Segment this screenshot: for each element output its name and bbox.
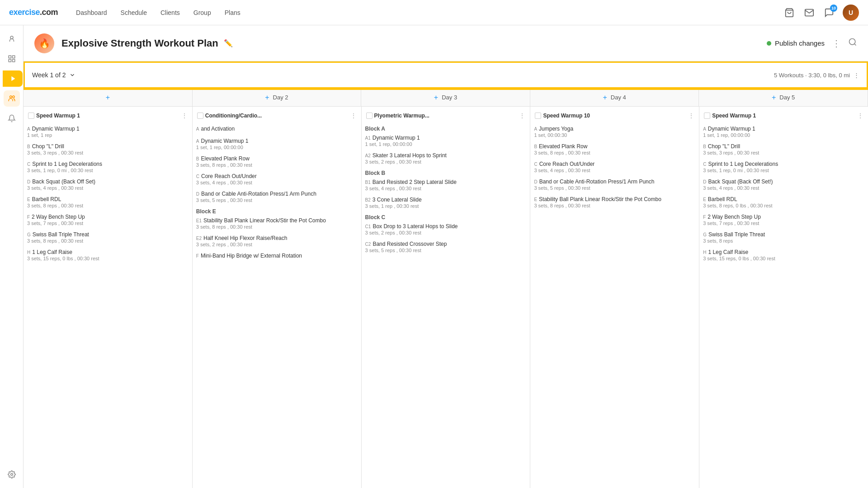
sidebar-home[interactable] [4, 31, 20, 47]
mail-icon[interactable] [803, 6, 816, 19]
workout-menu-3[interactable]: ⋮ [519, 112, 525, 119]
list-item: ADynamic Warmup 11 set, 1 rep, 00:00:00 [196, 137, 358, 151]
publish-button[interactable]: Publish changes [767, 39, 825, 47]
workout-menu-5[interactable]: ⋮ [857, 112, 863, 119]
publish-label: Publish changes [775, 39, 825, 47]
plan-icon: 🔥 [34, 33, 54, 53]
day-3-header[interactable]: + Day 3 [361, 89, 530, 106]
list-item: DBand or Cable Anti-Rotation Press/1 Arm… [534, 178, 695, 192]
list-item: H1 Leg Calf Raise3 sets, 15 reps, 0 lbs … [27, 248, 189, 262]
list-item: BChop "L" Drill3 sets, 3 reps , 00:30 re… [27, 142, 189, 156]
list-item: CSprint to 1 Leg Decelerations3 sets, 1 … [27, 160, 189, 174]
svg-rect-4 [12, 60, 14, 62]
svg-line-11 [854, 44, 856, 46]
add-day-3-icon[interactable]: + [434, 94, 438, 102]
list-item: GSwiss Ball Triple Threat3 sets, 8 reps [703, 230, 864, 244]
week-stats: 5 Workouts · 3:30, 0 lbs, 0 mi ⋮ [774, 72, 859, 79]
workout-title-4: Speed Warmup 10 [543, 113, 686, 119]
list-item: C1Box Drop to 3 Lateral Hops to Slide3 s… [365, 222, 527, 236]
sidebar-group[interactable] [4, 90, 20, 107]
logo[interactable]: exercise.com [9, 8, 58, 17]
list-item: EBarbell RDL3 sets, 8 reps , 00:30 rest [27, 195, 189, 209]
days-grid: Speed Warmup 1⋮ADynamic Warmup 11 set, 1… [24, 107, 868, 488]
nav-group[interactable]: Group [193, 9, 211, 16]
workout-checkbox-4[interactable] [535, 113, 541, 119]
plan-title: Explosive Strength Workout Plan [61, 38, 218, 49]
list-item: EStability Ball Plank Linear Rock/Stir t… [534, 195, 695, 209]
more-options-icon[interactable]: ⋮ [832, 38, 841, 49]
list-item: A2Skater 3 Lateral Hops to Sprint3 sets,… [365, 151, 527, 165]
workout-title-3: Plyometric Warmup... [374, 113, 518, 119]
list-item: CCore Reach Out/Under3 sets, 4 reps , 00… [534, 160, 695, 174]
day-col-1: Speed Warmup 1⋮ADynamic Warmup 11 set, 1… [24, 107, 193, 488]
workout-header-5: Speed Warmup 1⋮ [703, 110, 864, 121]
plan-header: 🔥 Explosive Strength Workout Plan ✏️ Pub… [24, 25, 868, 61]
list-item: DBack Squat (Back Off Set!)3 sets, 4 rep… [703, 178, 864, 192]
week-selector-label: Week 1 of 2 [32, 71, 66, 79]
list-item: F2 Way Bench Step Up3 sets, 7 reps , 00:… [27, 213, 189, 227]
edit-icon[interactable]: ✏️ [224, 39, 233, 47]
day-col-3: Plyometric Warmup...⋮Block AA1Dynamic Wa… [362, 107, 531, 488]
sidebar-bell[interactable] [4, 110, 20, 127]
chat-icon[interactable]: 10 [823, 6, 835, 19]
workout-checkbox-2[interactable] [197, 113, 203, 119]
day-5-header[interactable]: + Day 5 [699, 89, 868, 106]
workout-checkbox-5[interactable] [704, 113, 710, 119]
list-item: E1Stability Ball Plank Linear Rock/Stir … [196, 216, 358, 230]
workout-checkbox-3[interactable] [366, 113, 373, 119]
list-item: DBand or Cable Anti-Rotation Press/1 Arm… [196, 190, 358, 204]
list-item: DBack Squat (Back Off Set)3 sets, 4 reps… [27, 178, 189, 192]
day-2-header[interactable]: + Day 2 [193, 89, 362, 106]
list-item: BElevated Plank Row3 sets, 8 reps , 00:3… [534, 142, 695, 156]
plan-header-right: Publish changes ⋮ [767, 38, 857, 49]
user-avatar[interactable]: U [843, 5, 859, 21]
week-selector[interactable]: Week 1 of 2 [32, 71, 75, 79]
nav-links: Dashboard Schedule Clients Group Plans [76, 9, 241, 16]
list-item: ADynamic Warmup 11 set, 1 rep, 00:00:00 [703, 125, 864, 139]
block-label: Block A [365, 126, 527, 132]
nav-dashboard[interactable]: Dashboard [76, 9, 107, 16]
sidebar-settings[interactable] [4, 466, 20, 483]
add-day-4-icon[interactable]: + [603, 94, 607, 102]
sidebar-dashboard[interactable] [4, 51, 20, 67]
preview-icon[interactable] [848, 38, 857, 49]
nav-clients[interactable]: Clients [160, 9, 180, 16]
list-item: ADynamic Warmup 11 set, 1 rep [27, 125, 189, 139]
workout-header-4: Speed Warmup 10⋮ [534, 110, 695, 121]
top-nav: exercise.com Dashboard Schedule Clients … [0, 0, 868, 25]
day-1-header[interactable]: + [24, 89, 193, 106]
workout-menu-2[interactable]: ⋮ [350, 112, 357, 119]
svg-point-8 [12, 96, 14, 98]
add-day-5-icon[interactable]: + [772, 94, 776, 102]
cart-icon[interactable] [783, 6, 796, 19]
days-header: + + Day 2 + Day 3 + Day 4 + Day 5 [24, 89, 868, 107]
svg-point-1 [10, 36, 13, 39]
add-day-1-icon[interactable]: + [106, 94, 110, 102]
workout-menu-4[interactable]: ⋮ [688, 112, 694, 119]
add-day-2-icon[interactable]: + [265, 94, 269, 102]
week-stats-label: 5 Workouts · 3:30, 0 lbs, 0 mi [774, 72, 850, 79]
workout-header-3: Plyometric Warmup...⋮ [365, 110, 527, 121]
chat-badge: 10 [830, 5, 837, 12]
day-4-header[interactable]: + Day 4 [530, 89, 699, 106]
day-3-label: Day 3 [442, 94, 457, 101]
workout-title-1: Speed Warmup 1 [36, 113, 179, 119]
list-item: E2Half Kneel Hip Flexor Raise/Reach3 set… [196, 234, 358, 248]
list-item: F2 Way Bench Step Up3 sets, 7 reps , 00:… [703, 213, 864, 227]
day-col-5: Speed Warmup 1⋮ADynamic Warmup 11 set, 1… [699, 107, 868, 488]
sidebar-arrow[interactable] [3, 70, 23, 87]
workout-checkbox-1[interactable] [28, 113, 34, 119]
workout-menu-1[interactable]: ⋮ [181, 112, 188, 119]
list-item: BChop "L" Drill3 sets, 3 reps , 00:30 re… [703, 142, 864, 156]
nav-plans[interactable]: Plans [225, 9, 241, 16]
publish-status-dot [767, 41, 771, 46]
nav-schedule[interactable]: Schedule [121, 9, 147, 16]
day-2-label: Day 2 [273, 94, 288, 101]
week-menu-icon[interactable]: ⋮ [854, 72, 859, 79]
list-item: CSprint to 1 Leg Decelerations3 sets, 1 … [703, 160, 864, 174]
svg-rect-2 [9, 56, 11, 58]
block-label: Block C [365, 214, 527, 221]
workout-title-5: Speed Warmup 1 [712, 113, 855, 119]
list-item: C2Band Resisted Crossover Step3 sets, 5 … [365, 240, 527, 254]
block-label: Block B [365, 170, 527, 176]
